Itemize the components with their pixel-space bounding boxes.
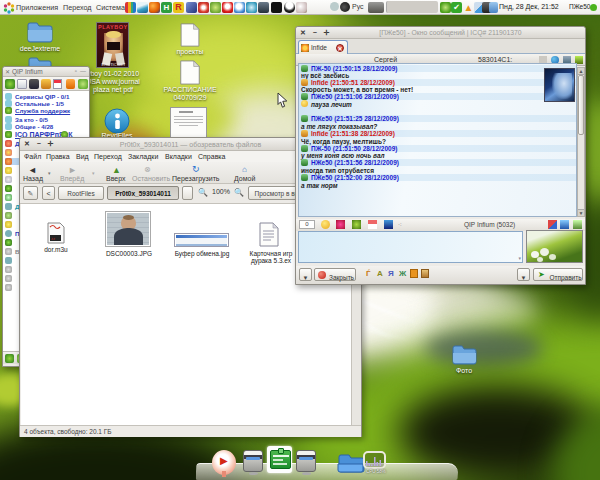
svg-text:♪♪: ♪♪: [51, 236, 55, 241]
